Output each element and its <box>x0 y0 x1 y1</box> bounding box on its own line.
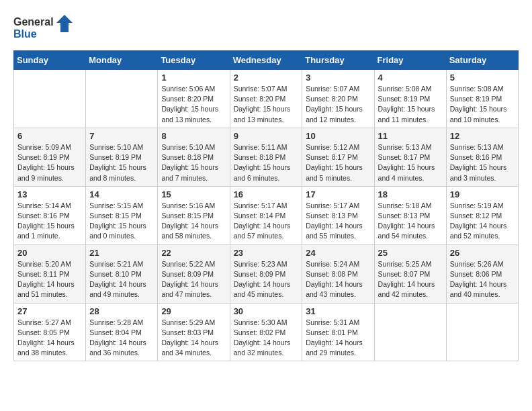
day-number: 12 <box>450 131 515 141</box>
calendar-cell: 21Sunrise: 5:21 AMSunset: 8:10 PMDayligh… <box>86 244 158 303</box>
day-number: 29 <box>161 306 226 316</box>
day-number: 15 <box>161 189 226 199</box>
calendar-cell <box>14 70 86 128</box>
cell-content: Sunrise: 5:09 AMSunset: 8:19 PMDaylight:… <box>17 142 82 183</box>
day-of-week-header: Friday <box>374 51 446 70</box>
calendar-cell: 17Sunrise: 5:17 AMSunset: 8:13 PMDayligh… <box>302 186 374 244</box>
calendar-cell: 8Sunrise: 5:10 AMSunset: 8:18 PMDaylight… <box>158 128 230 186</box>
cell-content: Sunrise: 5:28 AMSunset: 8:04 PMDaylight:… <box>89 318 154 359</box>
calendar-cell: 23Sunrise: 5:23 AMSunset: 8:09 PMDayligh… <box>230 244 302 303</box>
calendar-cell: 27Sunrise: 5:27 AMSunset: 8:05 PMDayligh… <box>14 303 86 361</box>
page-header: General Blue <box>13 13 519 44</box>
calendar-cell <box>446 303 518 361</box>
cell-content: Sunrise: 5:19 AMSunset: 8:12 PMDaylight:… <box>450 201 515 242</box>
day-of-week-header: Thursday <box>302 51 374 70</box>
day-number: 10 <box>306 131 370 141</box>
day-number: 19 <box>450 189 515 199</box>
day-of-week-header: Tuesday <box>158 51 230 70</box>
svg-text:General: General <box>13 16 54 28</box>
cell-content: Sunrise: 5:18 AMSunset: 8:13 PMDaylight:… <box>378 201 443 242</box>
day-of-week-header: Saturday <box>446 51 518 70</box>
calendar-week-row: 20Sunrise: 5:20 AMSunset: 8:11 PMDayligh… <box>14 244 519 303</box>
day-number: 13 <box>17 189 82 199</box>
day-number: 18 <box>378 189 443 199</box>
svg-text:Blue: Blue <box>13 28 37 40</box>
cell-content: Sunrise: 5:10 AMSunset: 8:18 PMDaylight:… <box>161 142 226 183</box>
cell-content: Sunrise: 5:22 AMSunset: 8:09 PMDaylight:… <box>161 259 226 300</box>
logo-svg: General Blue <box>13 13 74 44</box>
calendar-cell: 6Sunrise: 5:09 AMSunset: 8:19 PMDaylight… <box>14 128 86 186</box>
cell-content: Sunrise: 5:06 AMSunset: 8:20 PMDaylight:… <box>161 84 226 125</box>
calendar-week-row: 6Sunrise: 5:09 AMSunset: 8:19 PMDaylight… <box>14 128 519 186</box>
calendar-week-row: 27Sunrise: 5:27 AMSunset: 8:05 PMDayligh… <box>14 303 519 361</box>
calendar-week-row: 13Sunrise: 5:14 AMSunset: 8:16 PMDayligh… <box>14 186 519 244</box>
calendar-cell: 24Sunrise: 5:24 AMSunset: 8:08 PMDayligh… <box>302 244 374 303</box>
calendar-cell: 3Sunrise: 5:07 AMSunset: 8:20 PMDaylight… <box>302 70 374 128</box>
day-number: 8 <box>161 131 226 141</box>
calendar-cell: 5Sunrise: 5:08 AMSunset: 8:19 PMDaylight… <box>446 70 518 128</box>
day-number: 26 <box>450 248 515 258</box>
calendar-cell: 11Sunrise: 5:13 AMSunset: 8:17 PMDayligh… <box>374 128 446 186</box>
cell-content: Sunrise: 5:25 AMSunset: 8:07 PMDaylight:… <box>378 259 443 300</box>
cell-content: Sunrise: 5:23 AMSunset: 8:09 PMDaylight:… <box>234 259 299 300</box>
day-number: 3 <box>306 73 370 83</box>
day-number: 28 <box>89 306 154 316</box>
cell-content: Sunrise: 5:17 AMSunset: 8:14 PMDaylight:… <box>234 201 299 242</box>
calendar-cell: 15Sunrise: 5:16 AMSunset: 8:15 PMDayligh… <box>158 186 230 244</box>
cell-content: Sunrise: 5:13 AMSunset: 8:16 PMDaylight:… <box>450 142 515 183</box>
day-number: 9 <box>234 131 299 141</box>
calendar-header-row: SundayMondayTuesdayWednesdayThursdayFrid… <box>14 51 519 70</box>
day-of-week-header: Wednesday <box>230 51 302 70</box>
cell-content: Sunrise: 5:24 AMSunset: 8:08 PMDaylight:… <box>306 259 370 300</box>
day-number: 1 <box>161 73 226 83</box>
calendar-cell: 9Sunrise: 5:11 AMSunset: 8:18 PMDaylight… <box>230 128 302 186</box>
calendar-cell: 10Sunrise: 5:12 AMSunset: 8:17 PMDayligh… <box>302 128 374 186</box>
cell-content: Sunrise: 5:07 AMSunset: 8:20 PMDaylight:… <box>234 84 299 125</box>
calendar-cell: 31Sunrise: 5:31 AMSunset: 8:01 PMDayligh… <box>302 303 374 361</box>
calendar-cell: 26Sunrise: 5:26 AMSunset: 8:06 PMDayligh… <box>446 244 518 303</box>
cell-content: Sunrise: 5:07 AMSunset: 8:20 PMDaylight:… <box>306 84 370 125</box>
day-number: 5 <box>450 73 515 83</box>
day-number: 25 <box>378 248 443 258</box>
calendar-cell: 16Sunrise: 5:17 AMSunset: 8:14 PMDayligh… <box>230 186 302 244</box>
calendar-cell: 2Sunrise: 5:07 AMSunset: 8:20 PMDaylight… <box>230 70 302 128</box>
day-number: 27 <box>17 306 82 316</box>
calendar-cell <box>374 303 446 361</box>
day-number: 2 <box>234 73 299 83</box>
calendar-week-row: 1Sunrise: 5:06 AMSunset: 8:20 PMDaylight… <box>14 70 519 128</box>
cell-content: Sunrise: 5:27 AMSunset: 8:05 PMDaylight:… <box>17 318 82 359</box>
day-number: 21 <box>89 248 154 258</box>
cell-content: Sunrise: 5:08 AMSunset: 8:19 PMDaylight:… <box>450 84 515 125</box>
cell-content: Sunrise: 5:29 AMSunset: 8:03 PMDaylight:… <box>161 318 226 359</box>
day-number: 30 <box>234 306 299 316</box>
calendar-cell: 18Sunrise: 5:18 AMSunset: 8:13 PMDayligh… <box>374 186 446 244</box>
calendar-cell: 29Sunrise: 5:29 AMSunset: 8:03 PMDayligh… <box>158 303 230 361</box>
cell-content: Sunrise: 5:30 AMSunset: 8:02 PMDaylight:… <box>234 318 299 359</box>
day-of-week-header: Monday <box>86 51 158 70</box>
day-number: 17 <box>306 189 370 199</box>
calendar-cell: 20Sunrise: 5:20 AMSunset: 8:11 PMDayligh… <box>14 244 86 303</box>
calendar-cell: 14Sunrise: 5:15 AMSunset: 8:15 PMDayligh… <box>86 186 158 244</box>
day-number: 11 <box>378 131 443 141</box>
cell-content: Sunrise: 5:20 AMSunset: 8:11 PMDaylight:… <box>17 259 82 300</box>
cell-content: Sunrise: 5:16 AMSunset: 8:15 PMDaylight:… <box>161 201 226 242</box>
day-number: 14 <box>89 189 154 199</box>
cell-content: Sunrise: 5:14 AMSunset: 8:16 PMDaylight:… <box>17 201 82 242</box>
cell-content: Sunrise: 5:11 AMSunset: 8:18 PMDaylight:… <box>234 142 299 183</box>
cell-content: Sunrise: 5:13 AMSunset: 8:17 PMDaylight:… <box>378 142 443 183</box>
cell-content: Sunrise: 5:17 AMSunset: 8:13 PMDaylight:… <box>306 201 370 242</box>
cell-content: Sunrise: 5:08 AMSunset: 8:19 PMDaylight:… <box>378 84 443 125</box>
day-number: 7 <box>89 131 154 141</box>
cell-content: Sunrise: 5:12 AMSunset: 8:17 PMDaylight:… <box>306 142 370 183</box>
calendar-cell: 7Sunrise: 5:10 AMSunset: 8:19 PMDaylight… <box>86 128 158 186</box>
calendar-cell: 19Sunrise: 5:19 AMSunset: 8:12 PMDayligh… <box>446 186 518 244</box>
calendar-cell: 13Sunrise: 5:14 AMSunset: 8:16 PMDayligh… <box>14 186 86 244</box>
day-number: 20 <box>17 248 82 258</box>
day-number: 31 <box>306 306 370 316</box>
day-number: 23 <box>234 248 299 258</box>
calendar-cell: 12Sunrise: 5:13 AMSunset: 8:16 PMDayligh… <box>446 128 518 186</box>
cell-content: Sunrise: 5:31 AMSunset: 8:01 PMDaylight:… <box>306 318 370 359</box>
calendar-cell: 1Sunrise: 5:06 AMSunset: 8:20 PMDaylight… <box>158 70 230 128</box>
cell-content: Sunrise: 5:26 AMSunset: 8:06 PMDaylight:… <box>450 259 515 300</box>
calendar-cell: 22Sunrise: 5:22 AMSunset: 8:09 PMDayligh… <box>158 244 230 303</box>
